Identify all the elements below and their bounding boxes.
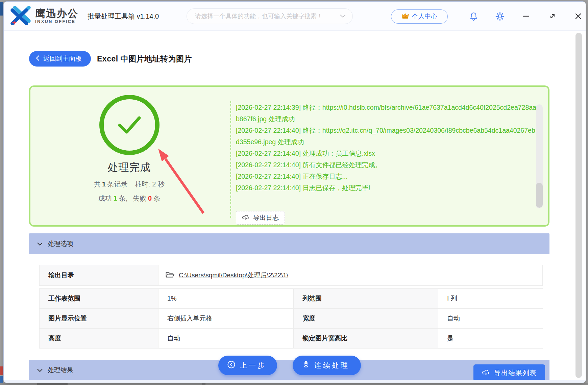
option-label: 图片显示位置 xyxy=(39,308,158,328)
output-dir-label: 输出目录 xyxy=(40,265,158,285)
previous-step-button[interactable]: 上一步 xyxy=(218,356,277,375)
app-logo: 鹰迅办公 INXUN OFFICE xyxy=(9,6,78,27)
maximize-icon[interactable] xyxy=(545,2,560,31)
log-entry: [2026-02-27 22:14:40] 处理成功：员工信息.xlsx xyxy=(236,148,538,159)
fail-label: 失败 xyxy=(133,195,146,202)
continue-processing-label: 连续处理 xyxy=(314,361,349,370)
total-count: 1 xyxy=(101,180,107,188)
back-to-dashboard-button[interactable]: 返回到主面板 xyxy=(29,51,91,67)
taskbar-strip xyxy=(202,383,205,385)
chevron-down-icon xyxy=(37,240,43,248)
app-title: 批量处理工具箱 v1.14.0 xyxy=(88,2,159,31)
header-divider xyxy=(17,75,574,75)
titlebar: 鹰迅办公 INXUN OFFICE 批量处理工具箱 v1.14.0 请选择一个具… xyxy=(4,2,586,31)
user-center-button[interactable]: 个人中心 xyxy=(391,9,448,24)
success-check-icon xyxy=(99,95,160,155)
section-processing-results[interactable]: 处理结果 xyxy=(29,360,549,381)
export-results-label: 导出结果列表 xyxy=(494,368,537,378)
desktop-fragment xyxy=(0,376,3,383)
chevron-down-icon xyxy=(340,13,346,19)
success-fail-stats: 成功1条, 失败0条 xyxy=(98,194,160,203)
taskbar-strip xyxy=(0,383,588,385)
option-label: 高度 xyxy=(39,328,158,348)
crown-icon xyxy=(401,13,409,21)
minimize-icon[interactable] xyxy=(519,2,533,31)
success-label: 成功 xyxy=(98,195,112,202)
options-table: 工作表范围 1% 列范围 I 列 图片显示位置 右侧插入单元格 宽度 自动 高度… xyxy=(39,288,543,349)
option-value: I 列 xyxy=(438,288,543,308)
continue-processing-button[interactable]: 连续处理 xyxy=(293,356,361,375)
function-search-select[interactable]: 请选择一个具体的功能，也可输入关键字搜索！ xyxy=(187,8,353,24)
close-icon[interactable] xyxy=(571,2,585,31)
chevron-left-icon xyxy=(36,55,40,63)
option-value: 自动 xyxy=(438,308,543,328)
app-name-en: INXUN OFFICE xyxy=(35,19,78,24)
option-label: 宽度 xyxy=(293,308,438,328)
log-scrollbar[interactable] xyxy=(536,104,543,208)
success-suffix: 条, xyxy=(119,195,128,202)
log-entry: [2026-02-27 22:14:40] 日志已保存，处理完毕! xyxy=(236,182,538,194)
logo-x-icon xyxy=(9,5,32,27)
log-entry: [2026-02-27 22:14:39] 路径：https://i0.hdsl… xyxy=(236,102,538,125)
chevron-left-circle-icon xyxy=(227,360,236,370)
cloud-download-icon xyxy=(242,214,250,222)
rocket-icon xyxy=(302,360,310,371)
export-log-button[interactable]: 导出日志 xyxy=(236,211,285,225)
option-value: 右侧插入单元格 xyxy=(158,308,293,328)
section-title: 处理结果 xyxy=(48,366,73,375)
app-name-cn: 鹰迅办公 xyxy=(35,8,78,19)
fail-count: 0 xyxy=(146,195,153,202)
total-stats: 共1条记录耗时: 2 秒 xyxy=(94,180,165,189)
back-button-label: 返回到主面板 xyxy=(43,54,82,63)
log-scrollbar-thumb[interactable] xyxy=(536,183,543,208)
settings-gear-icon[interactable] xyxy=(493,2,507,31)
desktop-fragment xyxy=(0,2,3,16)
status-title: 处理完成 xyxy=(108,160,151,175)
log-entry: [2026-02-27 22:14:40] 路径：https://q2.itc.… xyxy=(236,125,538,148)
window-scrollbar[interactable] xyxy=(575,33,582,378)
page-title: Excel 中图片地址转为图片 xyxy=(97,54,192,64)
log-entry: [2026-02-27 22:14:40] 正在保存日志... xyxy=(236,171,538,182)
section-title: 处理选项 xyxy=(48,239,73,248)
option-label: 列范围 xyxy=(293,288,438,308)
user-center-label: 个人中心 xyxy=(412,12,438,21)
total-prefix: 共 xyxy=(94,180,101,188)
taskbar-strip xyxy=(37,383,68,385)
open-folder-icon xyxy=(165,271,174,280)
window-bottom-edge xyxy=(4,380,586,383)
result-panel: 处理完成 共1条记录耗时: 2 秒 成功1条, 失败0条 [2026-02-27… xyxy=(29,85,549,227)
option-value: 1% xyxy=(158,288,293,308)
total-suffix: 条记录 xyxy=(107,180,127,188)
output-dir-link[interactable]: C:\Users\sqmil\Desktop\处理后\2\22\1\ xyxy=(179,271,288,280)
previous-step-label: 上一步 xyxy=(240,361,266,370)
option-label: 锁定图片宽高比 xyxy=(293,328,438,348)
export-results-button[interactable]: 导出结果列表 xyxy=(473,364,545,381)
elapsed-time: 耗时: 2 秒 xyxy=(135,180,165,188)
result-summary: 处理完成 共1条记录耗时: 2 秒 成功1条, 失败0条 xyxy=(30,87,228,225)
search-placeholder: 请选择一个具体的功能，也可输入关键字搜索！ xyxy=(195,12,340,20)
log-entry: [2026-02-27 22:14:40] 所有文件都已经处理完成。 xyxy=(236,159,538,171)
process-log: [2026-02-27 22:14:39] 路径：https://i0.hdsl… xyxy=(236,102,538,194)
chevron-down-icon xyxy=(37,366,43,374)
log-divider xyxy=(230,101,231,218)
section-processing-options[interactable]: 处理选项 xyxy=(29,233,549,254)
option-label: 工作表范围 xyxy=(39,288,158,308)
desktop-fragment xyxy=(0,366,3,375)
option-value: 自动 xyxy=(158,328,293,348)
output-dir-row: 输出目录 C:\Users\sqmil\Desktop\处理后\2\22\1\ xyxy=(39,265,543,286)
notifications-bell-icon[interactable] xyxy=(466,2,481,31)
export-log-label: 导出日志 xyxy=(253,213,279,222)
app-window: 鹰迅办公 INXUN OFFICE 批量处理工具箱 v1.14.0 请选择一个具… xyxy=(3,1,586,383)
option-value: 是 xyxy=(438,328,543,348)
cloud-download-icon xyxy=(482,369,490,377)
success-count: 1 xyxy=(112,195,119,202)
page-header: 返回到主面板 Excel 中图片地址转为图片 xyxy=(29,51,192,67)
fail-suffix: 条 xyxy=(153,195,160,202)
